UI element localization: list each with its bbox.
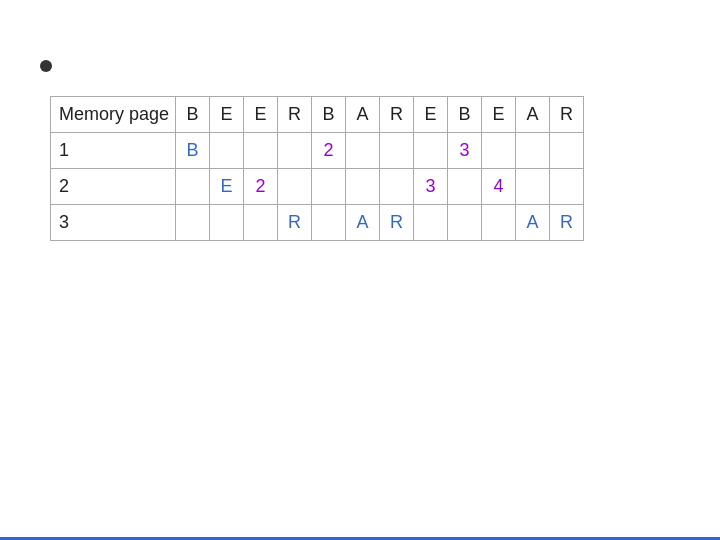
cell-0-7 <box>414 133 448 169</box>
cell-0-4: 2 <box>312 133 346 169</box>
cell-2-9 <box>482 205 516 241</box>
col-header-2: E <box>244 97 278 133</box>
cell-1-5 <box>346 169 380 205</box>
col-header-10: A <box>516 97 550 133</box>
cell-1-11 <box>550 169 584 205</box>
col-header-1: E <box>210 97 244 133</box>
cell-1-7: 3 <box>414 169 448 205</box>
cell-0-2 <box>244 133 278 169</box>
col-header-0: B <box>176 97 210 133</box>
table-container: Memory pageBEERBAREBEAR1B232E2343RARAR <box>50 96 680 241</box>
cell-2-1 <box>210 205 244 241</box>
cell-1-10 <box>516 169 550 205</box>
cell-1-8 <box>448 169 482 205</box>
bullet-icon <box>40 60 52 72</box>
row-label-2: 3 <box>51 205 176 241</box>
col-header-4: B <box>312 97 346 133</box>
cell-0-3 <box>278 133 312 169</box>
cell-2-10: A <box>516 205 550 241</box>
cell-1-2: 2 <box>244 169 278 205</box>
cell-1-3 <box>278 169 312 205</box>
cell-1-1: E <box>210 169 244 205</box>
cell-0-6 <box>380 133 414 169</box>
cell-0-5 <box>346 133 380 169</box>
col-header-5: A <box>346 97 380 133</box>
col-header-3: R <box>278 97 312 133</box>
cell-0-11 <box>550 133 584 169</box>
cell-0-9 <box>482 133 516 169</box>
row-label-0: 1 <box>51 133 176 169</box>
cell-1-9: 4 <box>482 169 516 205</box>
cell-2-7 <box>414 205 448 241</box>
cell-0-8: 3 <box>448 133 482 169</box>
cell-2-4 <box>312 205 346 241</box>
cell-2-0 <box>176 205 210 241</box>
subtitle-row <box>40 60 680 72</box>
cell-0-0: B <box>176 133 210 169</box>
row-label-1: 2 <box>51 169 176 205</box>
lfu-table: Memory pageBEERBAREBEAR1B232E2343RARAR <box>50 96 584 241</box>
col-header-7: E <box>414 97 448 133</box>
col-header-9: E <box>482 97 516 133</box>
cell-1-0 <box>176 169 210 205</box>
cell-2-2 <box>244 205 278 241</box>
col-header-6: R <box>380 97 414 133</box>
cell-2-8 <box>448 205 482 241</box>
col-header-8: B <box>448 97 482 133</box>
cell-1-4 <box>312 169 346 205</box>
cell-2-5: A <box>346 205 380 241</box>
col-header-11: R <box>550 97 584 133</box>
cell-1-6 <box>380 169 414 205</box>
table-header-label: Memory page <box>51 97 176 133</box>
cell-0-10 <box>516 133 550 169</box>
main-page: Memory pageBEERBAREBEAR1B232E2343RARAR <box>0 0 720 271</box>
cell-2-3: R <box>278 205 312 241</box>
cell-0-1 <box>210 133 244 169</box>
cell-2-11: R <box>550 205 584 241</box>
cell-2-6: R <box>380 205 414 241</box>
